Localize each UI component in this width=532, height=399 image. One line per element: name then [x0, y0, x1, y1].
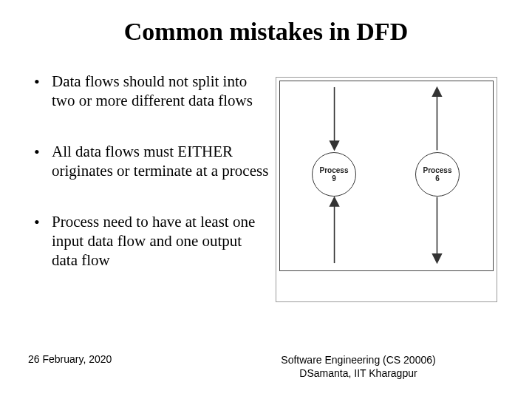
process-num: 9 — [332, 174, 336, 183]
process-num: 6 — [435, 174, 440, 183]
slide-footer: 26 February, 2020 Software Engineering (… — [0, 353, 532, 380]
footer-center: Software Engineering (CS 20006) DSamanta… — [185, 353, 532, 380]
bullet-list: Data flows should not split into two or … — [0, 72, 270, 302]
process-label: Process — [320, 166, 349, 175]
footer-author: DSamanta, IIT Kharagpur — [185, 366, 532, 380]
process-node-6: Process 6 — [415, 152, 460, 197]
footer-course: Software Engineering (CS 20006) — [185, 353, 532, 366]
slide-title: Common mistakes in DFD — [0, 0, 532, 46]
content-area: Data flows should not split into two or … — [0, 46, 532, 302]
process-label: Process — [423, 166, 452, 175]
footer-date: 26 February, 2020 — [0, 353, 185, 380]
bullet-item: Process need to have at least one input … — [28, 213, 270, 270]
dfd-figure: Process 9 Process 6 — [276, 77, 497, 302]
dfd-figure-inner: Process 9 Process 6 — [279, 81, 494, 271]
process-node-9: Process 9 — [312, 152, 356, 197]
bullet-item: All data flows must EITHER originates or… — [28, 143, 270, 180]
bullet-item: Data flows should not split into two or … — [28, 72, 270, 110]
